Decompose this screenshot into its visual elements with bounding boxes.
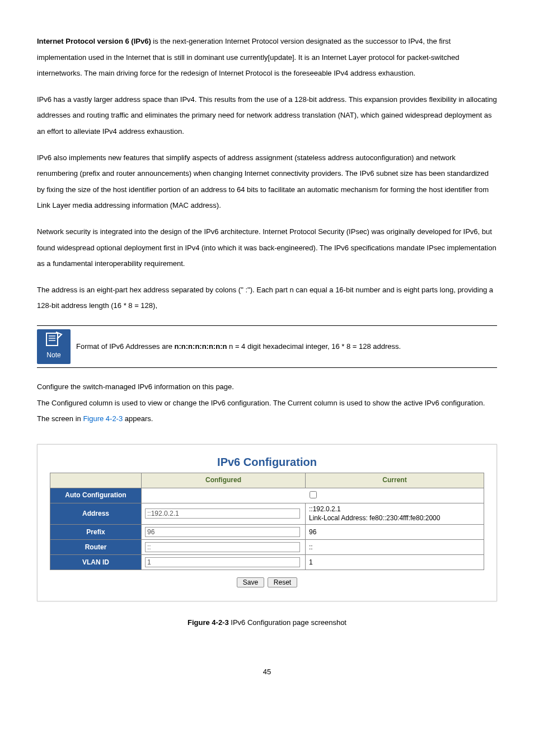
router-configured-cell	[142, 540, 306, 555]
router-input[interactable]	[145, 542, 300, 552]
header-current: Current	[306, 473, 484, 488]
header-blank	[50, 473, 142, 488]
page-number: 45	[37, 664, 497, 680]
paragraph-1: Internet Protocol version 6 (IPv6) is th…	[37, 34, 497, 82]
prefix-current: 96	[306, 525, 484, 540]
row-label-prefix: Prefix	[50, 525, 142, 540]
note-icon: Note	[37, 329, 71, 364]
row-label-vlan: VLAN ID	[50, 555, 142, 570]
address-current-2: Link-Local Address: fe80::230:4fff:fe80:…	[309, 514, 440, 522]
note-pre: Format of IPv6 Addresses are	[76, 342, 175, 351]
address-current-1: ::192.0.2.1	[309, 505, 341, 513]
prefix-input[interactable]	[145, 527, 300, 537]
ipv6-config-screenshot: IPv6 Configuration Configured Current Au…	[37, 444, 497, 601]
address-configured-cell	[142, 503, 306, 525]
p1-lead: Internet Protocol version 6 (IPv6)	[37, 37, 151, 45]
address-current-cell: ::192.0.2.1 Link-Local Address: fe80::23…	[306, 503, 484, 525]
save-button[interactable]: Save	[237, 577, 264, 587]
paragraph-5: The address is an eight-part hex address…	[37, 282, 497, 314]
paragraph-4: Network security is integrated into the …	[37, 224, 497, 272]
row-label-address: Address	[50, 503, 142, 525]
auto-config-checkbox[interactable]	[310, 491, 317, 498]
row-label-router: Router	[50, 540, 142, 555]
note-text: Format of IPv6 Addresses are n:n:n:n:n:n…	[76, 341, 401, 352]
paragraph-3: IPv6 also implements new features that s…	[37, 150, 497, 214]
router-current: ::	[306, 540, 484, 555]
figure-link[interactable]: Figure 4-2-3	[83, 414, 123, 423]
config-table: Configured Current Auto Configuration Ad…	[50, 473, 484, 571]
config-title: IPv6 Configuration	[50, 455, 484, 469]
button-row: Save Reset	[50, 575, 484, 591]
vlan-input[interactable]	[145, 557, 300, 567]
row-label-auto: Auto Configuration	[50, 488, 142, 503]
note-icon-label: Note	[46, 348, 60, 362]
paragraph-2: IPv6 has a vastly larger address space t…	[37, 92, 497, 140]
caption-bold: Figure 4-2-3	[188, 618, 229, 627]
vlan-current: 1	[306, 555, 484, 570]
prefix-configured-cell	[142, 525, 306, 540]
intro2-post: appears.	[123, 414, 153, 423]
vlan-configured-cell	[142, 555, 306, 570]
intro2-line1: Configure the switch-managed IPv6 inform…	[37, 379, 497, 395]
note-block: Note Format of IPv6 Addresses are n:n:n:…	[37, 325, 497, 368]
address-input[interactable]	[145, 508, 300, 519]
intro2-line2: The Configured column is used to view or…	[37, 395, 497, 427]
reset-button[interactable]: Reset	[268, 577, 297, 587]
header-configured: Configured	[142, 473, 306, 488]
note-bold: n:n:n:n:n:n:n:n	[175, 342, 227, 351]
figure-caption: Figure 4-2-3 IPv6 Configuration page scr…	[37, 615, 497, 631]
auto-config-cell	[142, 488, 484, 503]
caption-rest: IPv6 Configuration page screenshot	[229, 618, 346, 627]
svg-rect-0	[46, 333, 58, 346]
note-post: n = 4 digit hexadecimal integer, 16 * 8 …	[227, 342, 401, 351]
